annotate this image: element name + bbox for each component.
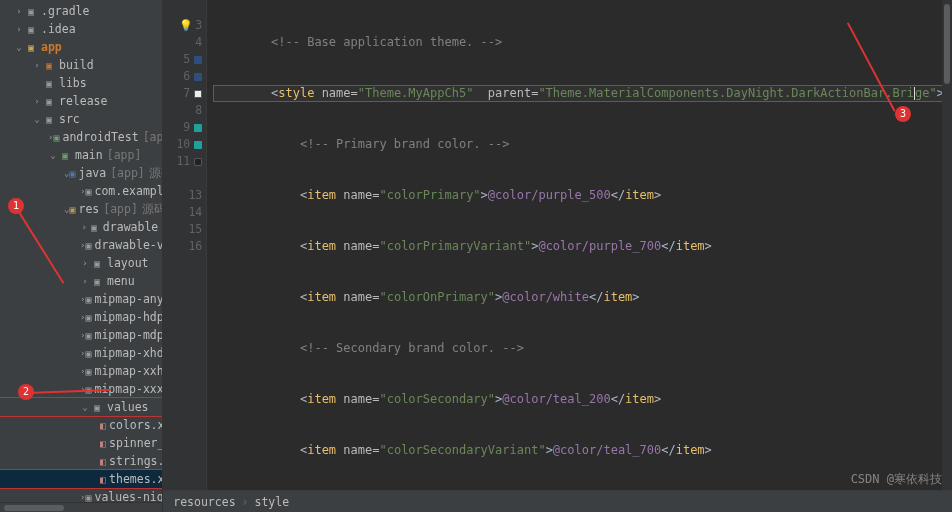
editor-body[interactable]: <!-- Base application theme. --> <style … [207,0,952,490]
line-number: 3 [195,17,202,34]
tree-item-themes-xml[interactable]: ◧ themes.xml [0,470,162,488]
horizontal-scrollbar[interactable] [0,502,162,512]
folder-icon: ▣ [42,60,56,71]
workspace: › ▣ .gradle › ▣ .idea ⌄ ▣ app › ▣ build [0,0,952,512]
folder-icon: ▣ [24,6,38,17]
tree-item-mipmap-anydpi[interactable]: › ▣ mipmap-anydpi-v26 [0,290,162,308]
tree-label: mipmap-xhdpi [94,346,162,360]
editor-breadcrumb[interactable]: resources › style [163,490,952,512]
code-line-highlight[interactable]: <style name="Theme.MyAppCh5" parent="The… [213,85,944,102]
code-line[interactable]: <item name="colorPrimary">@color/purple_… [213,187,952,204]
tree-label: spinner_item.xml [109,436,162,450]
folder-icon: ▣ [24,24,38,35]
intention-bulb-icon[interactable]: 💡 [179,17,193,34]
tree-item-gradle[interactable]: › ▣ .gradle [0,2,162,20]
tree-label: res [78,202,99,216]
package-icon: ▣ [85,186,91,197]
tree-item-res[interactable]: ⌄ ▣ res [app] 源码 [0,200,162,218]
tree-label: app [41,40,62,54]
tree-label: .gradle [41,4,89,18]
watermark-text: CSDN @寒依科技 [851,471,942,488]
code-line[interactable]: <item name="colorOnPrimary">@color/white… [213,289,952,306]
scope-extra: 源码 [142,202,162,217]
chevron-right-icon: › [80,258,90,268]
tree-item-src[interactable]: ⌄ ▣ src [0,110,162,128]
tree-item-package[interactable]: › ▣ com.example.myappch5 [0,182,162,200]
gutter-color-swatch [194,90,202,98]
code-line[interactable]: <item name="colorPrimaryVariant">@color/… [213,238,952,255]
tree-item-libs[interactable]: ▣ libs [0,74,162,92]
line-number: 10 [176,136,190,153]
scrollbar-thumb[interactable] [4,505,64,511]
vertical-scrollbar[interactable] [942,0,952,490]
tree-label: androidTest [62,130,138,144]
line-number: 4 [195,34,202,51]
editor-gutter[interactable]: 💡3 4 5 6 7 8 9 10 11 13 14 15 16 [163,0,207,490]
tree-item-build[interactable]: › ▣ build [0,56,162,74]
scope-extra: 源码 [149,166,162,181]
line-number: 6 [183,68,190,85]
tree-label: src [59,112,80,126]
xml-file-icon: ◧ [100,438,106,449]
code-line[interactable]: <item name="colorSecondary">@color/teal_… [213,391,952,408]
gutter-color-swatch [194,141,202,149]
tree-item-values-night[interactable]: › ▣ values-night [0,488,162,502]
tree-label: release [59,94,107,108]
chevron-right-icon: › [14,6,24,16]
scope-tag: [app] [143,130,163,144]
tree-label: layout [107,256,149,270]
tree-label: mipmap-hdpi [94,310,162,324]
chevron-right-icon: › [80,222,88,232]
chevron-right-icon: › [32,60,42,70]
line-number: 7 [183,85,190,102]
tree-item-drawable-v24[interactable]: › ▣ drawable-v24 [0,236,162,254]
breadcrumb-segment[interactable]: style [255,495,290,509]
tree-item-release[interactable]: › ▣ release [0,92,162,110]
folder-icon: ▣ [90,276,104,287]
tree-item-menu[interactable]: › ▣ menu [0,272,162,290]
folder-icon: ▣ [42,78,56,89]
code-line[interactable]: <!-- Secondary brand color. --> [213,340,952,357]
tree-label: values [107,400,149,414]
folder-icon: ▣ [85,492,91,503]
tree-item-mipmap-mdpi[interactable]: › ▣ mipmap-mdpi [0,326,162,344]
folder-icon: ▣ [85,294,91,305]
tree-item-app[interactable]: ⌄ ▣ app [0,38,162,56]
tree-item-mipmap-hdpi[interactable]: › ▣ mipmap-hdpi [0,308,162,326]
line-number: 8 [195,102,202,119]
tree-item-mipmap-xhdpi[interactable]: › ▣ mipmap-xhdpi [0,344,162,362]
tree-item-colors-xml[interactable]: ◧ colors.xml [0,416,162,434]
code-line[interactable]: <!-- Primary brand color. --> [213,136,952,153]
tree-item-java[interactable]: ⌄ ▣ java [app] 源码 [0,164,162,182]
tree-label: drawable [103,220,158,234]
line-number: 11 [176,153,190,170]
folder-icon: ▣ [42,96,56,107]
annotation-badge-2: 2 [18,384,34,400]
folder-icon: ▣ [85,366,91,377]
folder-icon: ▣ [90,402,104,413]
tree-label: com.example.myappch5 [94,184,162,198]
tree-item-idea[interactable]: › ▣ .idea [0,20,162,38]
xml-file-icon: ◧ [100,420,106,431]
folder-icon: ▣ [90,258,104,269]
tree-item-androidtest[interactable]: › ▣ androidTest [app] [0,128,162,146]
tree-label: themes.xml [109,472,162,486]
tree-item-mipmap-xxhdpi[interactable]: › ▣ mipmap-xxhdpi [0,362,162,380]
chevron-down-icon: ⌄ [32,114,42,124]
tree-item-layout[interactable]: › ▣ layout [0,254,162,272]
source-folder-icon: ▣ [53,132,59,143]
source-folder-icon: ▣ [58,150,72,161]
code-line[interactable]: <item name="colorSecondaryVariant">@colo… [213,442,952,459]
tree-item-main[interactable]: ⌄ ▣ main [app] [0,146,162,164]
tree-item-strings-xml[interactable]: ◧ strings.xml [0,452,162,470]
tree-item-spinner-xml[interactable]: ◧ spinner_item.xml [0,434,162,452]
project-tree[interactable]: › ▣ .gradle › ▣ .idea ⌄ ▣ app › ▣ build [0,0,162,502]
line-number: 9 [183,119,190,136]
breadcrumb-segment[interactable]: resources [173,495,235,509]
chevron-down-icon: ⌄ [14,42,24,52]
module-icon: ▣ [24,42,38,53]
project-sidebar: › ▣ .gradle › ▣ .idea ⌄ ▣ app › ▣ build [0,0,163,512]
tree-item-values[interactable]: ⌄ ▣ values [0,398,162,416]
scrollbar-thumb[interactable] [944,4,950,84]
code-line[interactable]: <!-- Base application theme. --> [213,34,952,51]
